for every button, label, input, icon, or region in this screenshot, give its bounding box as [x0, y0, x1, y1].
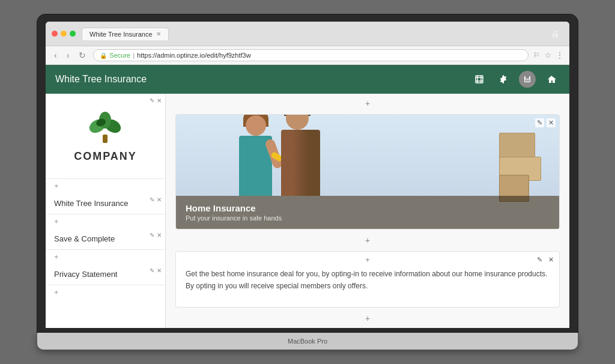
hero-image-block: ✎ ✕ — [175, 114, 560, 229]
crop-icon[interactable] — [471, 71, 488, 88]
sidebar-add-4[interactable]: + — [46, 285, 165, 299]
item1-close-button[interactable]: ✕ — [157, 196, 162, 203]
company-logo — [84, 109, 126, 145]
sidebar-logo-controls: ✎ ✕ — [150, 97, 162, 104]
browser-toolbar: ‹ › ↻ 🔒 Secure | https://admin.optinze.i… — [46, 46, 569, 65]
main-panel: + ✎ ✕ — [166, 94, 569, 328]
add-middle-icon[interactable]: + — [365, 235, 370, 245]
hero-edit-button[interactable]: ✎ — [535, 118, 544, 127]
header-icons — [471, 71, 560, 88]
sidebar-add-1[interactable]: + — [46, 179, 165, 193]
app-content: ✎ ✕ — [46, 94, 569, 328]
man-body — [281, 130, 320, 196]
reload-button[interactable]: ↻ — [76, 49, 88, 61]
address-bar[interactable]: 🔒 Secure | https://admin.optinze.io/edit… — [93, 49, 529, 61]
browser-tab[interactable]: White Tree Insurance ✕ — [82, 28, 169, 40]
hero-close-button[interactable]: ✕ — [547, 118, 556, 127]
minimize-button[interactable] — [61, 31, 67, 37]
hero-photo: Home Insurance Put your insurance in saf… — [176, 115, 559, 229]
hero-caption: Home Insurance Put your insurance in saf… — [176, 196, 559, 229]
hero-block-controls: ✎ ✕ — [535, 118, 556, 127]
text-block-controls: ✎ ✕ — [535, 255, 556, 264]
item2-edit-button[interactable]: ✎ — [150, 232, 154, 238]
browser-titlebar: White Tree Insurance ✕ 🖨 — [46, 22, 569, 46]
back-button[interactable]: ‹ — [52, 49, 59, 61]
hero-title: Home Insurance — [186, 203, 550, 213]
url-text: https://admin.optinze.io/edit/hyf9zhtf3w — [137, 52, 251, 59]
maximize-button[interactable] — [70, 31, 76, 37]
text-edit-button[interactable]: ✎ — [535, 255, 544, 264]
text-content-block: ✎ ✕ + Get the best home insurance deal f… — [175, 251, 560, 308]
bookmark-icon[interactable]: ☆ — [545, 51, 551, 59]
sidebar-item-2-text[interactable]: Save & Complete — [46, 228, 165, 249]
text-close-button[interactable]: ✕ — [547, 255, 556, 264]
sidebar-item-3-controls: ✎ ✕ — [150, 267, 162, 274]
text-block-text: Get the best home insurance deal for you… — [186, 268, 550, 291]
svg-rect-6 — [526, 76, 529, 79]
home-icon[interactable] — [543, 71, 560, 88]
lock-icon: 🔒 — [100, 52, 107, 59]
settings-icon[interactable] — [495, 71, 512, 88]
item3-close-button[interactable]: ✕ — [157, 267, 162, 274]
app-header: White Tree Insurance — [46, 65, 569, 94]
middle-add-block[interactable]: + — [175, 235, 560, 245]
item3-edit-button[interactable]: ✎ — [150, 267, 154, 274]
sidebar-add-3[interactable]: + — [46, 250, 165, 264]
sidebar-item-1-text[interactable]: White Tree Insurance — [46, 193, 165, 214]
logo-edit-button[interactable]: ✎ — [150, 97, 154, 104]
svg-rect-7 — [525, 79, 530, 82]
add-top-icon[interactable]: + — [365, 99, 370, 108]
hero-subtitle: Put your insurance in safe hands — [186, 214, 550, 222]
sidebar-logo-section: ✎ ✕ — [46, 94, 165, 179]
traffic-lights — [52, 31, 76, 37]
macbook-base: MacBook Pro — [37, 333, 578, 350]
close-button[interactable] — [52, 31, 58, 37]
bottom-add-block[interactable]: + — [175, 314, 560, 323]
macbook-label: MacBook Pro — [288, 338, 327, 345]
print-icon[interactable]: 🖨 — [547, 25, 563, 42]
logo-area: COMPANY — [74, 103, 137, 169]
top-add-block[interactable]: + — [175, 99, 560, 108]
sidebar-item-2-controls: ✎ ✕ — [150, 232, 162, 238]
menu-icon[interactable]: ⋮ — [556, 51, 563, 59]
sidebar-item-2: ✎ ✕ Save & Complete — [46, 228, 165, 250]
screen-bezel: White Tree Insurance ✕ 🖨 ‹ › ↻ 🔒 Secure … — [37, 14, 578, 333]
sidebar-item-3-text[interactable]: Privacy Statement — [46, 264, 165, 285]
sidebar: ✎ ✕ — [46, 94, 166, 328]
svg-rect-11 — [103, 135, 108, 143]
sidebar-item-1: ✎ ✕ White Tree Insurance — [46, 193, 165, 214]
svg-rect-0 — [476, 76, 483, 83]
tab-title: White Tree Insurance — [89, 31, 153, 38]
item1-edit-button[interactable]: ✎ — [150, 196, 154, 203]
forward-button[interactable]: › — [64, 49, 72, 61]
save-button[interactable] — [519, 71, 536, 88]
laptop-frame: White Tree Insurance ✕ 🖨 ‹ › ↻ 🔒 Secure … — [37, 14, 578, 350]
sidebar-item-1-controls: ✎ ✕ — [150, 196, 162, 203]
browser-window: White Tree Insurance ✕ 🖨 ‹ › ↻ 🔒 Secure … — [46, 22, 569, 328]
url-protocol: Secure — [109, 52, 130, 59]
url-separator: | — [133, 52, 135, 59]
text-block-inner-add[interactable]: + — [365, 255, 370, 264]
extension-icon: ⚐ — [533, 51, 540, 59]
add-bottom-icon[interactable]: + — [365, 314, 370, 323]
item2-close-button[interactable]: ✕ — [157, 232, 162, 238]
tab-close-button[interactable]: ✕ — [156, 31, 161, 37]
sidebar-item-3: ✎ ✕ Privacy Statement — [46, 264, 165, 285]
company-label: COMPANY — [74, 150, 137, 163]
tab-bar: White Tree Insurance ✕ — [82, 28, 541, 40]
app-title: White Tree Insurance — [55, 74, 147, 85]
sidebar-add-2[interactable]: + — [46, 214, 165, 228]
logo-close-button[interactable]: ✕ — [157, 97, 162, 104]
